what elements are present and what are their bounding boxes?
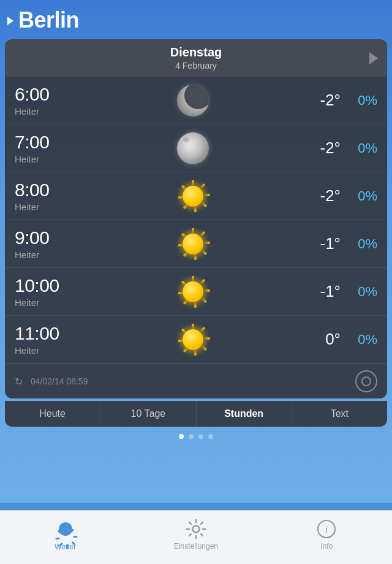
info-icon: i xyxy=(316,519,337,539)
tab-einstellungen-label: Einstellungen xyxy=(174,542,218,551)
refresh-icon[interactable]: ↻ xyxy=(15,376,26,387)
city-name[interactable]: Berlin xyxy=(18,7,79,33)
time-block: 7:00Heiter xyxy=(15,132,100,164)
gear-icon xyxy=(186,519,206,539)
condition-text: Heiter xyxy=(15,250,100,260)
page-dot-2[interactable] xyxy=(198,434,203,439)
tab-einstellungen[interactable]: Einstellungen xyxy=(172,519,221,551)
precipitation: 0% xyxy=(341,140,377,156)
condition-text: Heiter xyxy=(15,154,100,164)
tab-text[interactable]: Text xyxy=(292,401,387,427)
weather-icon-cell xyxy=(100,132,285,164)
weather-icon-cell xyxy=(100,276,285,308)
camera-button[interactable] xyxy=(355,370,377,392)
tab-info-label: Info xyxy=(320,542,333,551)
condition-text: Heiter xyxy=(15,202,100,212)
weather-icon-cell xyxy=(100,85,285,116)
status-bar: ↻ 04/02/14 08:59 xyxy=(5,364,387,398)
weather-icon-cell xyxy=(100,180,285,212)
temperature: -1° xyxy=(285,282,341,301)
day-header-center: Dienstag 4 February xyxy=(32,45,360,70)
weather-row: 6:00Heiter-2°0% xyxy=(5,77,387,124)
svg-text:i: i xyxy=(325,524,328,535)
condition-text: Heiter xyxy=(15,345,100,356)
weather-icon-cell xyxy=(100,228,285,260)
precipitation: 0% xyxy=(341,284,377,300)
tab-bar: Wetter Einstellungen i Info xyxy=(0,510,392,564)
time-text: 10:00 xyxy=(15,275,100,296)
wetter-sun-icon xyxy=(55,518,77,540)
weather-row: 10:00Heiter-1°0% xyxy=(5,268,387,316)
time-block: 9:00Heiter xyxy=(15,227,100,260)
time-text: 9:00 xyxy=(15,227,100,248)
time-text: 8:00 xyxy=(15,180,100,200)
page-dot-1[interactable] xyxy=(189,434,194,439)
time-block: 10:00Heiter xyxy=(15,275,100,308)
weather-row: 7:00Heiter-2°0% xyxy=(5,124,387,172)
tab-info[interactable]: i Info xyxy=(302,519,351,551)
city-header: Berlin xyxy=(0,0,392,39)
weather-icon-cell xyxy=(100,324,285,356)
sun-icon xyxy=(177,180,209,212)
status-timestamp: 04/02/14 08:59 xyxy=(31,376,350,386)
page-dots xyxy=(0,427,392,443)
precipitation: 0% xyxy=(341,236,377,252)
sun-icon xyxy=(177,228,209,260)
time-text: 7:00 xyxy=(15,132,100,153)
weather-row: 11:00Heiter0°0% xyxy=(5,316,387,364)
wetter-sun-core xyxy=(59,522,72,536)
sun-core xyxy=(183,186,203,207)
time-block: 11:00Heiter xyxy=(15,323,100,356)
temperature: 0° xyxy=(285,330,341,349)
camera-inner-circle xyxy=(361,376,371,386)
moon-crescent-icon xyxy=(177,85,209,116)
time-text: 6:00 xyxy=(15,84,100,105)
sun-icon xyxy=(177,324,209,356)
day-date: 4 February xyxy=(32,61,360,70)
tab-stunden[interactable]: Stunden xyxy=(197,401,292,427)
sun-core xyxy=(183,281,203,302)
sun-core xyxy=(183,329,203,350)
temperature: -2° xyxy=(285,91,341,110)
time-text: 11:00 xyxy=(15,323,100,344)
page-dot-3[interactable] xyxy=(208,434,213,439)
temperature: -1° xyxy=(285,234,341,253)
weather-row: 8:00Heiter-2°0% xyxy=(5,172,387,220)
time-block: 8:00Heiter xyxy=(15,180,100,212)
precipitation: 0% xyxy=(341,332,377,348)
precipitation: 0% xyxy=(341,188,377,204)
tab-heute[interactable]: Heute xyxy=(5,401,100,427)
sun-core xyxy=(183,234,203,254)
tab-10tage[interactable]: 10 Tage xyxy=(100,401,196,427)
condition-text: Heiter xyxy=(15,297,100,308)
next-day-nav[interactable] xyxy=(360,52,387,64)
weather-rows-container: 6:00Heiter-2°0%7:00Heiter-2°0%8:00Heiter… xyxy=(5,77,387,364)
time-block: 6:00Heiter xyxy=(15,84,100,116)
weather-row: 9:00Heiter-1°0% xyxy=(5,220,387,268)
day-header: Dienstag 4 February xyxy=(5,39,387,77)
temperature: -2° xyxy=(285,186,341,205)
day-name: Dienstag xyxy=(32,45,360,59)
page-dot-0[interactable] xyxy=(179,434,184,439)
condition-text: Heiter xyxy=(15,106,100,116)
city-dropdown-arrow[interactable] xyxy=(7,17,13,25)
temperature: -2° xyxy=(285,139,341,158)
svg-point-0 xyxy=(192,525,199,532)
sun-icon xyxy=(177,276,209,308)
moon-full-icon xyxy=(177,132,209,164)
tab-wetter[interactable]: Wetter xyxy=(41,518,90,551)
weather-card: Dienstag 4 February 6:00Heiter-2°0%7:00H… xyxy=(5,39,387,398)
bottom-toolbar: Heute 10 Tage Stunden Text xyxy=(5,401,387,427)
precipitation: 0% xyxy=(341,93,377,109)
